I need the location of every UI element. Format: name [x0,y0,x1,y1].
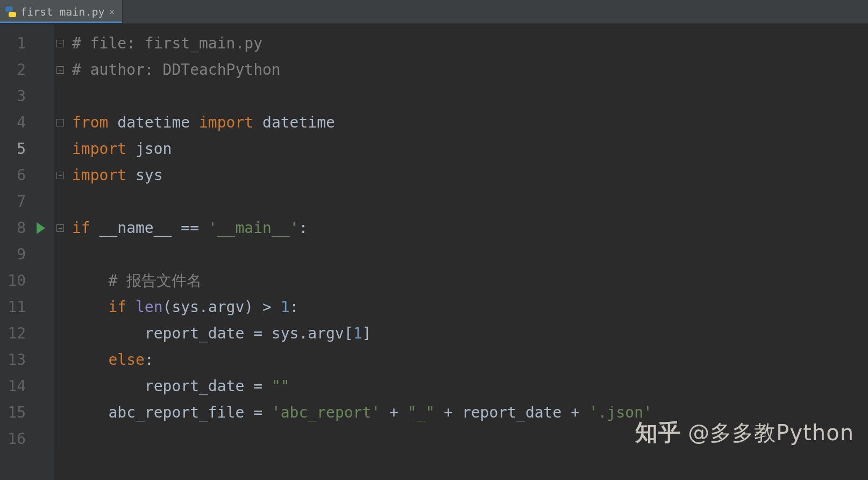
code-line[interactable] [72,241,868,267]
line-number: 14 [0,373,26,399]
line-number: 16 [0,426,26,452]
code-token: sys [136,166,163,184]
code-line[interactable]: if __name__ == '__main__': [72,215,868,241]
line-number: 2 [0,57,26,83]
tab-bar: first_main.py × [0,0,868,24]
code-token: import [199,114,262,131]
line-number: 13 [0,347,26,373]
line-number: 11 [0,294,26,320]
code-token: 'abc_report' [272,404,380,421]
close-icon[interactable]: × [109,7,115,17]
line-numbers: 12345678910111213141516 [0,24,31,480]
code-token: ] [362,324,371,342]
code-token: __name__ == [99,219,208,237]
line-number: 8 [0,215,26,241]
line-number: 1 [0,30,26,57]
code-token: : [290,298,299,316]
code-area[interactable]: # file: first_main.py# author: DDTeachPy… [67,24,868,480]
code-token: len [136,298,163,316]
watermark: 知乎 @多多教Python [635,418,854,448]
code-token: 1 [353,324,362,342]
code-token: report_date = [145,377,272,395]
fold-toggle-icon[interactable]: − [56,66,64,74]
code-line[interactable]: report_date = "" [72,373,868,399]
code-token: '__main__' [208,219,299,237]
code-line[interactable]: from datetime import datetime [72,109,868,136]
line-number: 4 [0,109,26,136]
fold-toggle-icon[interactable]: − [56,224,64,232]
code-token: if [108,298,136,316]
code-token: + report_date + [435,404,589,421]
gutter: 12345678910111213141516 [0,24,54,480]
file-tab[interactable]: first_main.py × [0,0,123,23]
code-token: abc_report_file = [108,404,271,421]
python-file-icon [5,6,16,17]
code-token: + [380,404,408,421]
code-token: "_" [408,404,435,421]
code-line[interactable]: import json [72,136,868,162]
fold-toggle-icon[interactable]: − [56,40,64,47]
tab-filename: first_main.py [20,5,105,18]
zhihu-logo-icon: 知乎 [635,418,681,448]
line-number: 3 [0,83,26,109]
code-token: "" [272,377,290,395]
code-token: # author: DDTeachPython [72,61,281,79]
code-token: report_date = sys.argv[ [145,324,353,342]
line-number: 12 [0,320,26,347]
code-line[interactable]: else: [72,347,868,373]
fold-toggle-icon[interactable]: − [56,119,64,126]
code-token: json [136,140,172,158]
line-number: 15 [0,399,26,426]
code-line[interactable]: import sys [72,162,868,188]
code-token: datetime [262,114,335,131]
code-token: 1 [281,298,290,316]
line-number: 7 [0,188,26,215]
code-token: import [72,166,136,184]
code-token: # 报告文件名 [108,272,202,290]
watermark-text: @多多教Python [688,418,854,448]
code-line[interactable]: report_date = sys.argv[1] [72,320,868,347]
code-token: from [72,114,117,131]
line-number: 10 [0,267,26,294]
fold-column: −−−−− [54,24,67,480]
code-token: datetime [117,114,199,131]
line-number: 9 [0,241,26,267]
code-token: # file: first_main.py [72,34,262,52]
gutter-icons [31,24,54,480]
code-line[interactable]: # author: DDTeachPython [72,57,868,83]
code-line[interactable]: # 报告文件名 [72,267,868,294]
fold-toggle-icon[interactable]: − [56,172,64,179]
code-token: import [72,140,136,158]
code-token: if [72,219,99,237]
code-token: (sys.argv) > [163,298,281,316]
line-number: 6 [0,162,26,188]
code-editor[interactable]: 12345678910111213141516 −−−−− # file: fi… [0,24,868,480]
code-token: : [145,351,154,369]
run-gutter-icon[interactable] [37,222,45,234]
code-line[interactable] [72,188,868,215]
code-line[interactable]: if len(sys.argv) > 1: [72,294,868,320]
code-line[interactable]: # file: first_main.py [72,30,868,57]
line-number: 5 [0,136,26,162]
code-token: else [108,351,144,369]
code-line[interactable] [72,83,868,109]
code-token: : [298,219,308,237]
